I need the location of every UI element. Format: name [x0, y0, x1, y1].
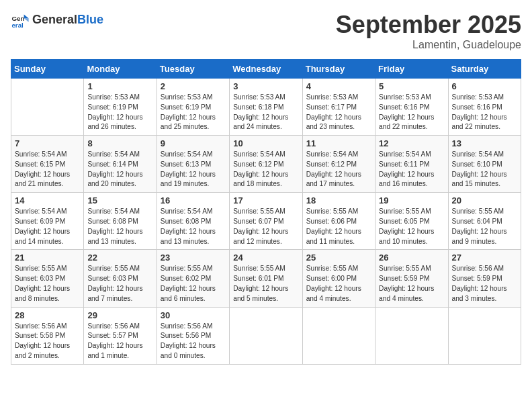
calendar-cell: 19Sunrise: 5:55 AM Sunset: 6:05 PM Dayli…: [375, 193, 448, 250]
calendar-cell: 7Sunrise: 5:54 AM Sunset: 6:15 PM Daylig…: [11, 136, 84, 193]
day-number: 20: [452, 195, 517, 205]
col-header-tuesday: Tuesday: [157, 60, 229, 79]
day-number: 11: [306, 138, 371, 148]
calendar-cell: 28Sunrise: 5:56 AM Sunset: 5:58 PM Dayli…: [11, 307, 84, 364]
day-number: 27: [452, 253, 517, 263]
calendar-cell: 15Sunrise: 5:54 AM Sunset: 6:08 PM Dayli…: [84, 193, 157, 250]
col-header-monday: Monday: [84, 60, 157, 79]
day-number: 23: [161, 253, 226, 263]
day-info: Sunrise: 5:55 AM Sunset: 6:03 PM Dayligh…: [15, 264, 80, 304]
logo-icon: Gen eral: [11, 11, 30, 30]
day-number: 13: [452, 138, 517, 148]
day-number: 2: [161, 81, 226, 91]
day-info: Sunrise: 5:53 AM Sunset: 6:16 PM Dayligh…: [379, 93, 444, 132]
day-info: Sunrise: 5:56 AM Sunset: 5:57 PM Dayligh…: [87, 322, 152, 361]
day-number: 26: [379, 253, 444, 263]
logo: Gen eral GeneralBlue: [11, 11, 103, 30]
calendar-cell: 26Sunrise: 5:55 AM Sunset: 5:59 PM Dayli…: [375, 250, 448, 307]
day-info: Sunrise: 5:55 AM Sunset: 6:01 PM Dayligh…: [233, 264, 298, 304]
calendar-cell: [375, 307, 448, 364]
calendar-cell: 13Sunrise: 5:54 AM Sunset: 6:10 PM Dayli…: [448, 136, 521, 193]
day-info: Sunrise: 5:53 AM Sunset: 6:19 PM Dayligh…: [87, 93, 152, 132]
day-info: Sunrise: 5:54 AM Sunset: 6:12 PM Dayligh…: [233, 150, 298, 189]
day-number: 15: [87, 195, 152, 205]
svg-marker-3: [24, 18, 29, 22]
logo-text: GeneralBlue: [32, 13, 103, 27]
calendar-cell: 22Sunrise: 5:55 AM Sunset: 6:03 PM Dayli…: [84, 250, 157, 307]
calendar-cell: 6Sunrise: 5:53 AM Sunset: 6:16 PM Daylig…: [448, 79, 521, 136]
day-info: Sunrise: 5:55 AM Sunset: 6:04 PM Dayligh…: [452, 207, 517, 246]
month-title: September 2025: [336, 11, 521, 39]
calendar-cell: 1Sunrise: 5:53 AM Sunset: 6:19 PM Daylig…: [84, 79, 157, 136]
col-header-wednesday: Wednesday: [230, 60, 302, 79]
calendar-cell: [448, 307, 521, 364]
day-number: 10: [233, 138, 298, 148]
calendar-cell: 12Sunrise: 5:54 AM Sunset: 6:11 PM Dayli…: [375, 136, 448, 193]
day-info: Sunrise: 5:55 AM Sunset: 6:05 PM Dayligh…: [379, 207, 444, 246]
day-info: Sunrise: 5:54 AM Sunset: 6:11 PM Dayligh…: [379, 150, 444, 189]
calendar-table: SundayMondayTuesdayWednesdayThursdayFrid…: [11, 59, 521, 365]
day-info: Sunrise: 5:55 AM Sunset: 6:06 PM Dayligh…: [306, 207, 371, 246]
title-area: September 2025 Lamentin, Guadeloupe: [336, 11, 521, 51]
day-info: Sunrise: 5:54 AM Sunset: 6:12 PM Dayligh…: [306, 150, 371, 189]
day-number: 9: [161, 138, 226, 148]
day-info: Sunrise: 5:55 AM Sunset: 6:02 PM Dayligh…: [161, 264, 226, 304]
logo-blue: Blue: [77, 13, 103, 26]
day-info: Sunrise: 5:54 AM Sunset: 6:09 PM Dayligh…: [15, 207, 80, 246]
calendar-header-row: SundayMondayTuesdayWednesdayThursdayFrid…: [11, 60, 521, 79]
day-info: Sunrise: 5:53 AM Sunset: 6:17 PM Dayligh…: [306, 93, 371, 132]
location-title: Lamentin, Guadeloupe: [336, 39, 521, 51]
day-number: 21: [15, 253, 80, 263]
day-info: Sunrise: 5:55 AM Sunset: 6:00 PM Dayligh…: [306, 264, 371, 304]
calendar-cell: 14Sunrise: 5:54 AM Sunset: 6:09 PM Dayli…: [11, 193, 84, 250]
calendar-cell: 17Sunrise: 5:55 AM Sunset: 6:07 PM Dayli…: [230, 193, 302, 250]
calendar-cell: 20Sunrise: 5:55 AM Sunset: 6:04 PM Dayli…: [448, 193, 521, 250]
calendar-cell: 2Sunrise: 5:53 AM Sunset: 6:19 PM Daylig…: [157, 79, 229, 136]
page-header: Gen eral GeneralBlue September 2025 Lame…: [11, 11, 521, 51]
day-info: Sunrise: 5:54 AM Sunset: 6:08 PM Dayligh…: [87, 207, 152, 246]
calendar-cell: 23Sunrise: 5:55 AM Sunset: 6:02 PM Dayli…: [157, 250, 229, 307]
day-number: 7: [15, 138, 80, 148]
calendar-cell: 21Sunrise: 5:55 AM Sunset: 6:03 PM Dayli…: [11, 250, 84, 307]
calendar-cell: 18Sunrise: 5:55 AM Sunset: 6:06 PM Dayli…: [302, 193, 375, 250]
day-number: 28: [15, 310, 80, 320]
calendar-cell: 29Sunrise: 5:56 AM Sunset: 5:57 PM Dayli…: [84, 307, 157, 364]
calendar-cell: 9Sunrise: 5:54 AM Sunset: 6:13 PM Daylig…: [157, 136, 229, 193]
calendar-cell: 5Sunrise: 5:53 AM Sunset: 6:16 PM Daylig…: [375, 79, 448, 136]
day-info: Sunrise: 5:55 AM Sunset: 6:03 PM Dayligh…: [87, 264, 152, 304]
day-info: Sunrise: 5:56 AM Sunset: 5:59 PM Dayligh…: [452, 264, 517, 304]
day-info: Sunrise: 5:54 AM Sunset: 6:08 PM Dayligh…: [161, 207, 226, 246]
calendar-cell: 8Sunrise: 5:54 AM Sunset: 6:14 PM Daylig…: [84, 136, 157, 193]
day-info: Sunrise: 5:54 AM Sunset: 6:14 PM Dayligh…: [87, 150, 152, 189]
day-info: Sunrise: 5:54 AM Sunset: 6:15 PM Dayligh…: [15, 150, 80, 189]
calendar-cell: [230, 307, 302, 364]
day-number: 4: [306, 81, 371, 91]
svg-marker-2: [24, 15, 29, 19]
calendar-cell: 25Sunrise: 5:55 AM Sunset: 6:00 PM Dayli…: [302, 250, 375, 307]
calendar-week-row: 28Sunrise: 5:56 AM Sunset: 5:58 PM Dayli…: [11, 307, 521, 364]
calendar-cell: 10Sunrise: 5:54 AM Sunset: 6:12 PM Dayli…: [230, 136, 302, 193]
day-info: Sunrise: 5:53 AM Sunset: 6:16 PM Dayligh…: [452, 93, 517, 132]
day-info: Sunrise: 5:56 AM Sunset: 5:56 PM Dayligh…: [161, 322, 226, 361]
calendar-cell: 24Sunrise: 5:55 AM Sunset: 6:01 PM Dayli…: [230, 250, 302, 307]
calendar-week-row: 21Sunrise: 5:55 AM Sunset: 6:03 PM Dayli…: [11, 250, 521, 307]
day-number: 24: [233, 253, 298, 263]
col-header-saturday: Saturday: [448, 60, 521, 79]
calendar-cell: 16Sunrise: 5:54 AM Sunset: 6:08 PM Dayli…: [157, 193, 229, 250]
calendar-cell: [11, 79, 84, 136]
day-number: 25: [306, 253, 371, 263]
day-number: 5: [379, 81, 444, 91]
svg-text:eral: eral: [11, 21, 24, 29]
day-number: 14: [15, 195, 80, 205]
day-number: 6: [452, 81, 517, 91]
calendar-cell: 4Sunrise: 5:53 AM Sunset: 6:17 PM Daylig…: [302, 79, 375, 136]
calendar-week-row: 14Sunrise: 5:54 AM Sunset: 6:09 PM Dayli…: [11, 193, 521, 250]
day-number: 1: [87, 81, 152, 91]
calendar-cell: 11Sunrise: 5:54 AM Sunset: 6:12 PM Dayli…: [302, 136, 375, 193]
calendar-cell: 30Sunrise: 5:56 AM Sunset: 5:56 PM Dayli…: [157, 307, 229, 364]
day-info: Sunrise: 5:53 AM Sunset: 6:18 PM Dayligh…: [233, 93, 298, 132]
day-number: 19: [379, 195, 444, 205]
calendar-week-row: 7Sunrise: 5:54 AM Sunset: 6:15 PM Daylig…: [11, 136, 521, 193]
day-number: 16: [161, 195, 226, 205]
day-info: Sunrise: 5:55 AM Sunset: 5:59 PM Dayligh…: [379, 264, 444, 304]
